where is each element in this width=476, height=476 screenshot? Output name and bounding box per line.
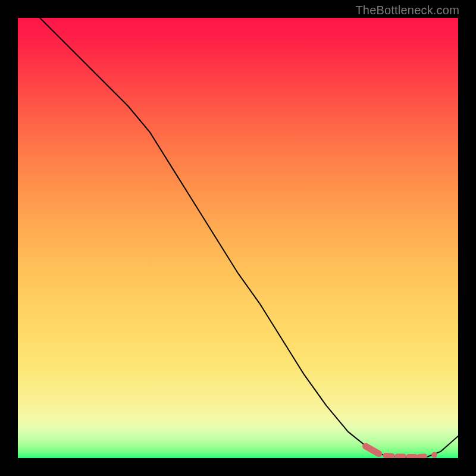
attribution-text: TheBottleneck.com bbox=[355, 4, 459, 17]
chart-container: TheBottleneck.com bbox=[0, 0, 476, 476]
plot-gradient-background bbox=[18, 18, 458, 458]
